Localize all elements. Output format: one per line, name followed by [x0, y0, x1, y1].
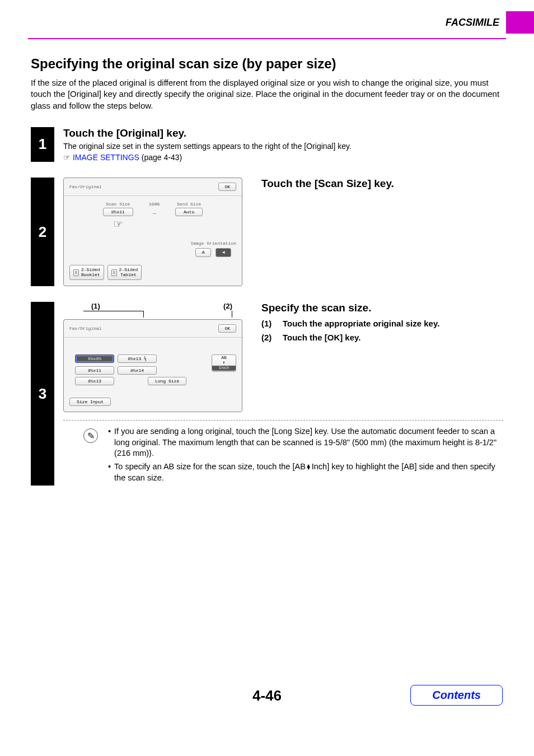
step-2: 2 Fax/Original OK Scan Size 8½x11 [31, 178, 503, 287]
notes: ✎ If you are sending a long original, to… [63, 426, 503, 486]
section-label: FACSIMILE [446, 17, 499, 29]
ok-button[interactable]: OK [218, 183, 236, 191]
step-number: 1 [31, 127, 54, 162]
header: FACSIMILE [0, 0, 534, 38]
size-8half-x-13[interactable]: 8½x13 [75, 377, 114, 385]
send-size-label: Send Size [177, 202, 201, 207]
hand-cursor-icon: ☜ [114, 218, 122, 232]
long-size-button[interactable]: Long Size [148, 377, 186, 385]
callout-2: (2) [223, 302, 232, 310]
step-3: 3 (1) (2) [31, 302, 503, 486]
scan-size-button[interactable]: 8½x11 [103, 208, 133, 216]
booklet-icon [73, 269, 79, 276]
callout-labels: (1) (2) [63, 302, 242, 311]
step1-title: Touch the [Original] key. [63, 127, 503, 139]
orientation-landscape-button[interactable]: ◄ [216, 248, 231, 257]
pointer-icon: ☞ [63, 153, 71, 162]
callout-lines [63, 311, 242, 319]
step1-desc: The original size set in the system sett… [63, 142, 503, 151]
swap-arrows-icon: ▲▼ [306, 464, 311, 470]
pencil-note-icon: ✎ [83, 428, 98, 443]
orientation-label: Image Orientation [190, 241, 236, 246]
sub1-text: Touch the appropriate original size key. [283, 319, 439, 328]
note-1: If you are sending a long original, touc… [114, 426, 503, 459]
screen-title: Fax/Original [69, 326, 102, 331]
size-5half-x-8half[interactable]: 5½x8½ [75, 354, 114, 363]
two-sided-booklet-button[interactable]: 2-SidedBooklet [69, 265, 104, 281]
two-sided-tablet-button[interactable]: 2-SidedTablet [107, 265, 142, 281]
step-number: 3 [31, 302, 54, 486]
step3-screenshot: Fax/Original OK 5½x8½ 8½x13 ⅖ 8½x11 [63, 319, 242, 412]
size-grid: 5½x8½ 8½x13 ⅖ 8½x11 8½x14 [69, 354, 192, 375]
send-size-button[interactable]: Auto [175, 208, 203, 216]
step3-title: Specify the scan size. [261, 302, 503, 314]
contents-button[interactable]: Contents [410, 685, 503, 706]
size-8half-x-13-2-5[interactable]: 8½x13 ⅖ [118, 354, 157, 363]
dashed-separator [63, 420, 503, 421]
size-8half-x-14[interactable]: 8½x14 [118, 366, 157, 375]
link-page-ref: (page 4-43) [139, 153, 182, 162]
screen-title: Fax/Original [69, 184, 102, 189]
step2-screenshot: Fax/Original OK Scan Size 8½x11 ☜ [63, 178, 242, 287]
sub2-text: Touch the [OK] key. [283, 333, 360, 342]
page: FACSIMILE Specifying the original scan s… [0, 0, 534, 727]
size-8half-x-11[interactable]: 8½x11 [75, 366, 114, 375]
arrow-icon: → [152, 208, 156, 220]
content: Specifying the original scan size (by pa… [0, 39, 534, 486]
section-color-tab [506, 11, 534, 34]
tablet-icon [111, 269, 117, 276]
step1-linkline: ☞ IMAGE SETTINGS (page 4-43) [63, 153, 503, 162]
orientation-portrait-button[interactable]: A [195, 248, 211, 257]
topic-intro: If the size of the placed original is di… [31, 77, 503, 111]
ratio-label: 100% [149, 202, 160, 207]
sub1-num: (1) [261, 319, 277, 328]
step-1: 1 Touch the [Original] key. The original… [31, 127, 503, 162]
footer: 4-46 Contents [0, 687, 534, 704]
note-2: To specify an AB size for the scan size,… [114, 461, 503, 483]
callout-1: (1) [91, 302, 100, 310]
ab-inch-toggle[interactable]: AB⬍Inch [212, 354, 236, 371]
topic-title: Specifying the original scan size (by pa… [31, 56, 503, 72]
step2-title: Touch the [Scan Size] key. [261, 178, 503, 190]
size-input-button[interactable]: Size Input [69, 398, 111, 406]
scan-size-label: Scan Size [106, 202, 130, 207]
sub2-num: (2) [261, 333, 277, 342]
image-settings-link[interactable]: IMAGE SETTINGS [73, 153, 139, 162]
step-number: 2 [31, 178, 54, 287]
ok-button[interactable]: OK [218, 324, 236, 333]
